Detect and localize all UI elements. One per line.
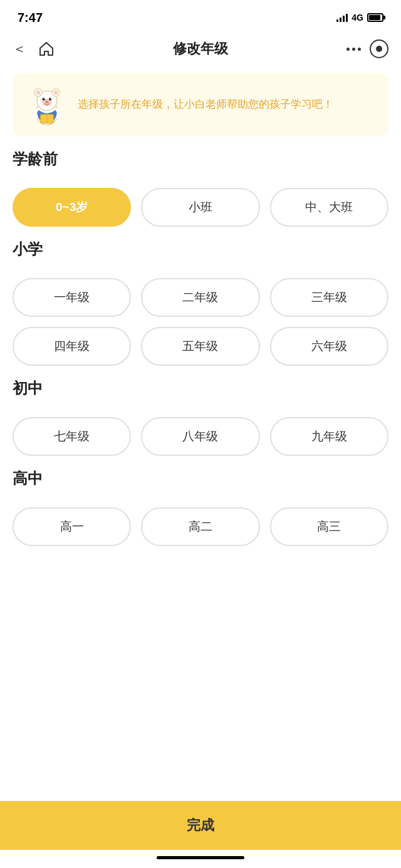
home-indicator xyxy=(0,850,401,868)
home-indicator-bar xyxy=(157,856,244,859)
grade-grid-high: 高一高二高三 xyxy=(0,507,401,546)
svg-point-9 xyxy=(44,98,45,100)
grade-btn-高三[interactable]: 高三 xyxy=(270,507,388,546)
nav-left: ＜ xyxy=(13,39,55,58)
grade-btn-三年级[interactable]: 三年级 xyxy=(270,278,388,317)
grade-btn-小班[interactable]: 小班 xyxy=(141,188,259,227)
grade-btn-高二[interactable]: 高二 xyxy=(141,507,259,546)
grade-btn-一年级[interactable]: 一年级 xyxy=(13,278,131,317)
scan-button[interactable] xyxy=(370,39,388,58)
section-middle: 初中 xyxy=(0,378,401,417)
section-primary: 小学 xyxy=(0,239,401,278)
grade-btn-五年级[interactable]: 五年级 xyxy=(141,327,259,366)
grade-btn-中、大班[interactable]: 中、大班 xyxy=(270,188,388,227)
nav-right xyxy=(346,39,388,58)
section-preschool: 学龄前 xyxy=(0,149,401,188)
svg-point-4 xyxy=(36,90,41,95)
home-icon[interactable] xyxy=(38,40,55,58)
signal-icon xyxy=(336,13,348,22)
grade-btn-二年级[interactable]: 二年级 xyxy=(141,278,259,317)
banner-text: 选择孩子所在年级，让小白老师帮助您的孩子学习吧！ xyxy=(78,96,333,113)
grade-btn-四年级[interactable]: 四年级 xyxy=(13,327,131,366)
svg-point-11 xyxy=(45,101,48,103)
grade-btn-七年级[interactable]: 七年级 xyxy=(13,417,131,456)
grade-grid-preschool: 0~3岁小班中、大班 xyxy=(0,188,401,227)
grade-btn-高一[interactable]: 高一 xyxy=(13,507,131,546)
nav-bar: ＜ 修改年级 xyxy=(0,31,401,66)
svg-point-8 xyxy=(49,98,51,100)
complete-button[interactable]: 完成 xyxy=(0,801,401,850)
grade-grid-middle: 七年级八年级九年级 xyxy=(0,417,401,456)
section-title-high: 高中 xyxy=(13,468,388,488)
svg-point-5 xyxy=(54,90,58,95)
grade-btn-八年级[interactable]: 八年级 xyxy=(141,417,259,456)
mascot-icon xyxy=(25,83,69,127)
back-button[interactable]: ＜ xyxy=(13,39,26,58)
battery-icon xyxy=(367,13,383,22)
status-time: 7:47 xyxy=(18,11,43,25)
section-title-preschool: 学龄前 xyxy=(13,149,388,169)
section-high: 高中 xyxy=(0,468,401,507)
svg-point-10 xyxy=(50,98,51,100)
grade-btn-六年级[interactable]: 六年级 xyxy=(270,327,388,366)
svg-point-7 xyxy=(43,98,45,100)
bottom-area: 完成 xyxy=(0,801,401,868)
section-title-middle: 初中 xyxy=(13,378,388,398)
status-icons: 4G xyxy=(336,13,383,23)
status-bar: 7:47 4G xyxy=(0,0,401,31)
grade-grid-primary: 一年级二年级三年级四年级五年级六年级 xyxy=(0,278,401,366)
network-type: 4G xyxy=(352,13,363,23)
grade-btn-0~3岁[interactable]: 0~3岁 xyxy=(13,188,131,227)
grade-btn-九年级[interactable]: 九年级 xyxy=(270,417,388,456)
banner: 选择孩子所在年级，让小白老师帮助您的孩子学习吧！ xyxy=(13,73,388,137)
sections-container: 学龄前0~3岁小班中、大班小学一年级二年级三年级四年级五年级六年级初中七年级八年… xyxy=(0,149,401,628)
section-title-primary: 小学 xyxy=(13,239,388,259)
more-button[interactable] xyxy=(346,48,361,51)
page-title: 修改年级 xyxy=(173,39,228,58)
